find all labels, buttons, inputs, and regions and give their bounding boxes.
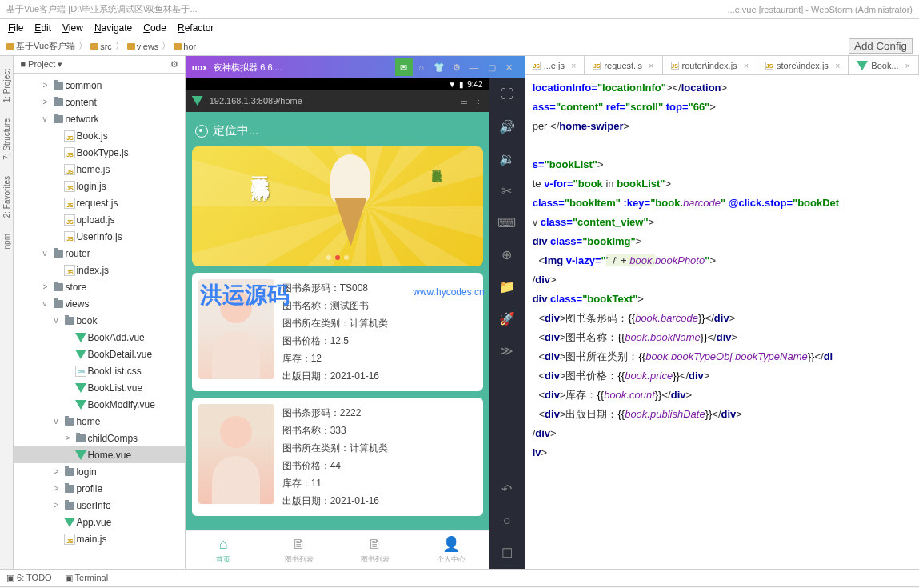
fullscreen-icon[interactable]: ⛶ xyxy=(489,78,525,110)
url-bar[interactable]: 192.168.1.3:8089/home ☰ ⋮ xyxy=(186,90,489,112)
tree-node-userInfo[interactable]: >userInfo xyxy=(14,497,184,514)
folder-icon[interactable]: 📁 xyxy=(489,270,525,302)
menu-navigate[interactable]: Navigate xyxy=(90,21,137,35)
swiper-banner[interactable]: 豆乳霜淇淋 现磨豆浆入料 综放花式冰淇 xyxy=(192,146,483,266)
keys-icon[interactable]: ⌨ xyxy=(489,206,525,238)
tree-node-common[interactable]: >common xyxy=(14,77,184,94)
recents-icon[interactable]: ☐ xyxy=(489,537,525,569)
menu-icon[interactable]: ☰ xyxy=(460,96,468,106)
more-icon[interactable]: ⋮ xyxy=(474,96,483,106)
folder-icon xyxy=(127,43,135,50)
tree-node-Book.js[interactable]: JSBook.js xyxy=(14,127,184,144)
more-icon[interactable]: ≫ xyxy=(489,334,525,366)
book-card[interactable]: 图书条形码：2222图书名称：333图书所在类别：计算机类 图书价格：44库存：… xyxy=(192,398,483,516)
clock: 9:42 xyxy=(467,80,482,89)
tree-node-childComps[interactable]: >childComps xyxy=(14,430,184,446)
tree-node-views[interactable]: vviews xyxy=(14,295,184,312)
tab-个人中心[interactable]: 👤个人中心 xyxy=(414,531,489,569)
book-image xyxy=(198,404,274,504)
editor-tabs: JS...e.js×JSrequest.js×JSrouter\index.js… xyxy=(525,56,919,75)
menu-file[interactable]: File xyxy=(3,21,28,35)
gutter-structure-tab[interactable]: 7: Structure xyxy=(1,112,13,166)
book-image xyxy=(198,279,274,379)
tree-node-router[interactable]: vrouter xyxy=(14,245,184,262)
editor-tab-...e.js[interactable]: JS...e.js× xyxy=(525,56,585,74)
back-icon[interactable]: ↶ xyxy=(489,473,525,505)
tree-node-BookModify.vue[interactable]: BookModify.vue xyxy=(14,396,184,413)
tree-node-Home.vue[interactable]: Home.vue xyxy=(14,446,184,463)
crumb-root[interactable]: 基于Vue客户端 xyxy=(6,40,75,52)
menu-bar: File Edit View Navigate Code Refactor xyxy=(0,19,919,37)
todo-tab[interactable]: ▣ 6: TODO xyxy=(6,573,52,583)
rocket-icon[interactable]: 🚀 xyxy=(489,302,525,334)
tree-node-book[interactable]: vbook xyxy=(14,312,184,329)
gutter-npm-tab[interactable]: npm xyxy=(1,227,13,255)
home-icon[interactable]: ○ xyxy=(489,505,525,537)
emulator-sidebar: ⛶ 🔊 🔉 ✂ ⌨ ⊕ 📁 🚀 ≫ ↶ ○ ☐ xyxy=(489,78,525,569)
crumb-home[interactable]: hor xyxy=(174,42,196,51)
bottom-toolbar: ▣ 6: TODO ▣ Terminal xyxy=(0,569,919,586)
tree-node-main.js[interactable]: JSmain.js xyxy=(14,530,184,547)
crumb-views[interactable]: views xyxy=(127,42,159,51)
tree-node-profile[interactable]: >profile xyxy=(14,480,184,497)
code-area[interactable]: locationInfo="locationInfo"></location> … xyxy=(525,75,919,569)
tree-node-home[interactable]: vhome xyxy=(14,413,184,430)
tree-node-upload.js[interactable]: JSupload.js xyxy=(14,211,184,228)
tab-图书列表[interactable]: 🗎图书列表 xyxy=(338,531,414,569)
volume-down-icon[interactable]: 🔉 xyxy=(489,142,525,174)
crumb-src[interactable]: src xyxy=(90,42,112,51)
editor-tab-router\index.js[interactable]: JSrouter\index.js× xyxy=(663,56,758,74)
mail-icon[interactable]: ✉ xyxy=(395,58,413,76)
location-text: 定位中... xyxy=(213,123,259,138)
tree-node-content[interactable]: >content xyxy=(14,94,184,110)
tree-node-App.vue[interactable]: App.vue xyxy=(14,514,184,530)
menu-refactor[interactable]: Refactor xyxy=(173,21,218,35)
shirt-icon[interactable]: 👕 xyxy=(430,58,448,76)
editor-tab-store\index.js[interactable]: JSstore\index.js× xyxy=(757,56,849,74)
emulator-titlebar[interactable]: nox 夜神模拟器 6.6.... ✉ ⌂ 👕 ⚙ — ▢ ✕ xyxy=(186,56,525,78)
scissors-icon[interactable]: ✂ xyxy=(489,174,525,206)
tree-node-BookAdd.vue[interactable]: BookAdd.vue xyxy=(14,329,184,346)
editor-tab-Book...[interactable]: Book...× xyxy=(849,56,919,74)
tree-node-home.js[interactable]: JShome.js xyxy=(14,161,184,178)
minimize-icon[interactable]: — xyxy=(465,58,483,76)
menu-edit[interactable]: Edit xyxy=(30,21,56,35)
editor-tab-request.js[interactable]: JSrequest.js× xyxy=(585,56,662,74)
volume-up-icon[interactable]: 🔊 xyxy=(489,110,525,142)
app-content[interactable]: 定位中... 豆乳霜淇淋 现磨豆浆入料 综放花式冰淇 洪运源码 www.hyco… xyxy=(186,112,489,530)
tree-node-BookList.css[interactable]: cssBookList.css xyxy=(14,362,184,379)
tab-首页[interactable]: ⌂首页 xyxy=(186,531,262,569)
close-icon[interactable]: ✕ xyxy=(501,58,518,76)
add-apk-icon[interactable]: ⊕ xyxy=(489,238,525,270)
tree-node-login[interactable]: >login xyxy=(14,463,184,480)
menu-view[interactable]: View xyxy=(58,21,88,35)
location-row[interactable]: 定位中... xyxy=(192,118,483,146)
tree-node-request.js[interactable]: JSrequest.js xyxy=(14,194,184,211)
home-icon[interactable]: ⌂ xyxy=(413,58,430,76)
gear-icon[interactable]: ⚙ xyxy=(170,59,178,70)
vue-logo-icon xyxy=(192,96,203,106)
tree-node-BookDetail.vue[interactable]: BookDetail.vue xyxy=(14,346,184,362)
project-tree[interactable]: >common>contentvnetworkJSBook.jsJSBookTy… xyxy=(14,74,184,569)
add-config-button[interactable]: Add Config xyxy=(849,38,913,54)
tree-node-index.js[interactable]: JSindex.js xyxy=(14,262,184,278)
tree-node-login.js[interactable]: JSlogin.js xyxy=(14,178,184,194)
gear-icon[interactable]: ⚙ xyxy=(448,58,465,76)
url-text: 192.168.1.3:8089/home xyxy=(210,96,454,106)
tree-node-network[interactable]: vnetwork xyxy=(14,110,184,127)
gutter-project-tab[interactable]: 1: Project xyxy=(1,62,13,109)
phone-screen: ▼ ▮ 9:42 192.168.1.3:8089/home ☰ ⋮ 定位中..… xyxy=(186,78,489,569)
tab-图书列表[interactable]: 🗎图书列表 xyxy=(262,531,338,569)
maximize-icon[interactable]: ▢ xyxy=(483,58,501,76)
project-header: ■ Project ▾ ⚙ xyxy=(14,56,184,74)
tree-node-store[interactable]: >store xyxy=(14,278,184,295)
menu-code[interactable]: Code xyxy=(138,21,171,35)
terminal-tab[interactable]: ▣ Terminal xyxy=(65,573,108,583)
emulator-title: 夜神模拟器 6.6.... xyxy=(214,62,394,74)
emulator-window: nox 夜神模拟器 6.6.... ✉ ⌂ 👕 ⚙ — ▢ ✕ ▼ ▮ 9:42… xyxy=(186,56,525,569)
gutter-favorites-tab[interactable]: 2: Favorites xyxy=(1,170,13,224)
tree-node-BookType.js[interactable]: JSBookType.js xyxy=(14,144,184,161)
tree-node-UserInfo.js[interactable]: JSUserInfo.js xyxy=(14,228,184,245)
tree-node-BookList.vue[interactable]: BookList.vue xyxy=(14,379,184,396)
window-title-left: 基于Vue客户端 [D:\毕业系统调试区\双鱼林基于... xyxy=(6,3,728,15)
